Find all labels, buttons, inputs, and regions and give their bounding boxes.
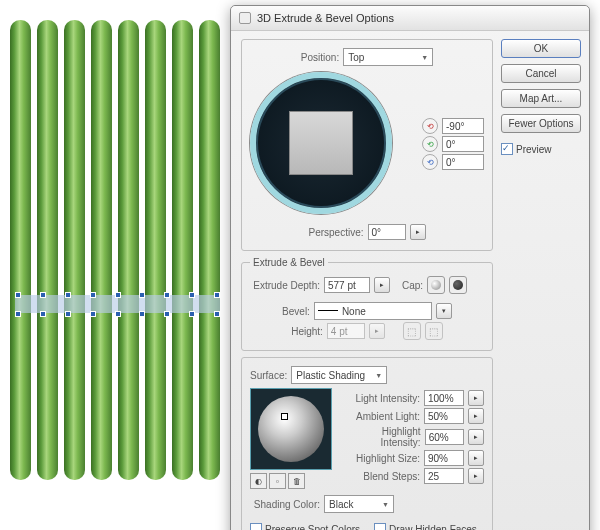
- perspective-label: Perspective:: [308, 227, 363, 238]
- preview-checkbox[interactable]: Preview: [501, 143, 581, 155]
- extrude-depth-label: Extrude Depth:: [250, 280, 320, 291]
- green-tubes: [10, 20, 230, 480]
- position-group: Position: Top▼ ⟲-90° ⟲0° ⟲0°: [241, 39, 493, 251]
- bevel-height-input: 4 pt: [327, 323, 365, 339]
- tube: [118, 20, 139, 480]
- blend-steps-label: Blend Steps:: [363, 471, 420, 482]
- stepper[interactable]: ▸: [468, 468, 484, 484]
- z-rotation-input[interactable]: 0°: [442, 154, 484, 170]
- light-intensity-label: Light Intensity:: [356, 393, 420, 404]
- ambient-light-label: Ambient Light:: [356, 411, 420, 422]
- perspective-input[interactable]: 0°: [368, 224, 406, 240]
- light-back-icon[interactable]: ◐: [250, 473, 267, 489]
- extrude-bevel-legend: Extrude & Bevel: [250, 257, 328, 268]
- dialog-titlebar[interactable]: 3D Extrude & Bevel Options: [231, 6, 589, 31]
- bevel-dropdown-arrow[interactable]: ▾: [436, 303, 452, 319]
- cap-on-button[interactable]: [427, 276, 445, 294]
- tube: [10, 20, 31, 480]
- y-axis-icon: ⟲: [422, 136, 438, 152]
- highlight-intensity-input[interactable]: 60%: [425, 429, 465, 445]
- cap-label: Cap:: [402, 280, 423, 291]
- extrude-bevel-group: Extrude & Bevel Extrude Depth: 577 pt ▸ …: [241, 257, 493, 351]
- position-dropdown[interactable]: Top▼: [343, 48, 433, 66]
- preserve-spot-colors-checkbox[interactable]: Preserve Spot Colors: [250, 523, 360, 530]
- bevel-dropdown[interactable]: None: [314, 302, 432, 320]
- light-sphere-preview[interactable]: [250, 388, 332, 470]
- delete-light-icon[interactable]: 🗑: [288, 473, 305, 489]
- bevel-out-icon: ⬚: [425, 322, 443, 340]
- position-label: Position:: [301, 52, 339, 63]
- tube: [172, 20, 193, 480]
- x-axis-icon: ⟲: [422, 118, 438, 134]
- depth-stepper[interactable]: ▸: [374, 277, 390, 293]
- ambient-light-input[interactable]: 50%: [424, 408, 464, 424]
- highlight-size-input[interactable]: 90%: [424, 450, 464, 466]
- surface-group: Surface: Plastic Shading▼ ◐ ▫ 🗑: [241, 357, 493, 530]
- shading-color-dropdown[interactable]: Black▼: [324, 495, 394, 513]
- cube-top-face: [289, 111, 353, 175]
- bevel-label: Bevel:: [282, 306, 310, 317]
- shading-color-label: Shading Color:: [250, 499, 320, 510]
- perspective-stepper[interactable]: ▸: [410, 224, 426, 240]
- ok-button[interactable]: OK: [501, 39, 581, 58]
- surface-label: Surface:: [250, 370, 287, 381]
- tube: [145, 20, 166, 480]
- tube: [91, 20, 112, 480]
- z-axis-icon: ⟲: [422, 154, 438, 170]
- stepper[interactable]: ▸: [468, 429, 484, 445]
- tube: [37, 20, 58, 480]
- tube: [199, 20, 220, 480]
- fewer-options-button[interactable]: Fewer Options: [501, 114, 581, 133]
- 3d-extrude-bevel-dialog: 3D Extrude & Bevel Options Position: Top…: [230, 5, 590, 530]
- highlight-size-label: Highlight Size:: [356, 453, 420, 464]
- stepper[interactable]: ▸: [468, 450, 484, 466]
- cap-off-button[interactable]: [449, 276, 467, 294]
- x-rotation-input[interactable]: -90°: [442, 118, 484, 134]
- surface-dropdown[interactable]: Plastic Shading▼: [291, 366, 387, 384]
- extrude-depth-input[interactable]: 577 pt: [324, 277, 370, 293]
- height-stepper: ▸: [369, 323, 385, 339]
- bevel-in-icon: ⬚: [403, 322, 421, 340]
- rotation-cube-preview[interactable]: [250, 72, 392, 214]
- new-light-icon[interactable]: ▫: [269, 473, 286, 489]
- window-icon: [239, 12, 251, 24]
- highlight-intensity-label: Highlight Intensity:: [340, 426, 421, 448]
- map-art-button[interactable]: Map Art...: [501, 89, 581, 108]
- illustrator-canvas: [10, 20, 230, 480]
- draw-hidden-faces-checkbox[interactable]: Draw Hidden Faces: [374, 523, 477, 530]
- bevel-height-label: Height:: [291, 326, 323, 337]
- blend-steps-input[interactable]: 25: [424, 468, 464, 484]
- light-handle[interactable]: [281, 413, 288, 420]
- stepper[interactable]: ▸: [468, 390, 484, 406]
- stepper[interactable]: ▸: [468, 408, 484, 424]
- cancel-button[interactable]: Cancel: [501, 64, 581, 83]
- dialog-title: 3D Extrude & Bevel Options: [257, 6, 394, 30]
- tube: [64, 20, 85, 480]
- light-intensity-input[interactable]: 100%: [424, 390, 464, 406]
- y-rotation-input[interactable]: 0°: [442, 136, 484, 152]
